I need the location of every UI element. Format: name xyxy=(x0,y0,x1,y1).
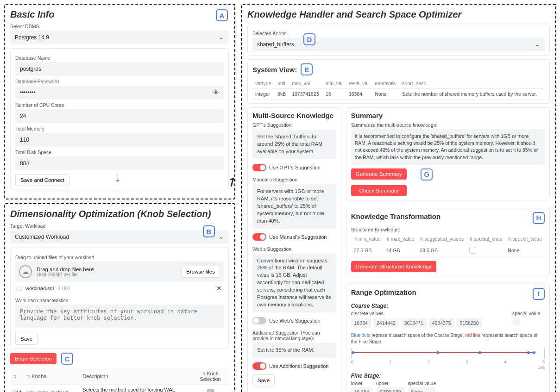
upper-value: 5,500,000 xyxy=(376,387,404,392)
upload-hint: Drag to upload files of your workload xyxy=(15,255,224,260)
arrow-down-icon: ↓ xyxy=(115,170,121,185)
gpt-suggestion: Set the 'shared_buffers' to around 25% o… xyxy=(252,130,336,159)
system-view-title: System View: xyxy=(252,66,297,74)
char-textarea[interactable] xyxy=(15,305,224,328)
cpu-input[interactable] xyxy=(15,109,224,123)
system-view-table: vartypeunitmax_valmin_valreset_valenumva… xyxy=(252,78,545,100)
basic-info-title: Basic Info xyxy=(10,9,229,20)
drop-limit: Limit 200MB per file xyxy=(37,272,176,277)
begin-selection-button[interactable]: Begin Selection xyxy=(10,353,57,364)
file-name: workload.sql xyxy=(25,286,54,291)
table-row: 344wal_sync_methodSelects the method use… xyxy=(10,385,229,392)
dim-save-button[interactable]: Save xyxy=(15,333,38,345)
selected-knobs-label: Selected Knobs xyxy=(252,31,545,36)
target-workload-label: Target Workload xyxy=(10,223,229,229)
dbname-label: Database Name xyxy=(15,55,224,61)
spval-empty xyxy=(512,317,521,326)
summary-title: Summary xyxy=(351,112,545,119)
ktrans-sub: Structured Knowledge: xyxy=(351,227,545,232)
multi-source-card: Multi-Source Knowledge GPT's Suggestion:… xyxy=(247,107,341,392)
gen-structured-button[interactable]: Generate Structured Knowledge xyxy=(351,261,436,272)
cpu-label: Number of CPU Cores xyxy=(15,102,224,108)
ktrans-title: Knowledge Transformation xyxy=(351,212,533,220)
web-label: Web's Suggestion: xyxy=(252,246,336,252)
cloud-upload-icon: ☁ xyxy=(19,265,32,278)
annotation-badge-g: G xyxy=(421,168,433,180)
knowledge-handler-panel: Knowledge Handler and Search Space Optim… xyxy=(241,4,556,392)
multi-source-title: Multi-Source Knowledge xyxy=(252,112,336,119)
browse-files-button[interactable]: Browse files xyxy=(181,266,220,278)
range-title: Range Optimization xyxy=(351,288,533,296)
uploaded-file-row: ▢ workload.sql 3.1KB ✕ xyxy=(15,282,224,295)
special-knob-checkbox[interactable] xyxy=(469,247,476,254)
annotation-badge-b: B xyxy=(203,225,215,237)
disk-input[interactable] xyxy=(15,156,224,170)
web-toggle[interactable] xyxy=(252,317,266,324)
additional-suggestion[interactable]: Set it to 35% of the RAM. xyxy=(252,343,336,358)
annotation-badge-a: A xyxy=(216,9,228,21)
dim-opt-panel: Dimensionality Optimization (Knob Select… xyxy=(4,203,235,392)
annotation-badge-d: D xyxy=(303,33,315,45)
check-summary-button[interactable]: Check Summary xyxy=(351,185,407,196)
summary-text: It is recommended to configure the 'shar… xyxy=(351,129,545,165)
generate-summary-button[interactable]: Generate Summary xyxy=(351,168,407,180)
dbpass-input[interactable] xyxy=(15,86,224,100)
char-label: Workload characteristics xyxy=(15,298,224,303)
ktrans-card: Knowledge Transformation H Structured Kn… xyxy=(346,208,550,276)
coarse-stage-label: Coarse Stage: xyxy=(351,303,545,309)
manual-toggle[interactable] xyxy=(252,233,266,241)
mem-input[interactable] xyxy=(15,133,224,147)
sort-icon[interactable]: ⇅ xyxy=(27,374,31,379)
file-size: 3.1KB xyxy=(57,286,70,291)
gpt-toggle[interactable] xyxy=(252,164,266,171)
summary-card: Summary Summarize the multi-source knowl… xyxy=(346,107,550,200)
annotation-badge-h: H xyxy=(533,212,545,224)
discrete-label: discrete values xyxy=(351,311,509,316)
save-connect-button[interactable]: Save and Connect xyxy=(15,174,69,186)
manual-label: Manual's Suggestion: xyxy=(252,177,336,182)
sort-icon[interactable]: ⇅ xyxy=(13,374,17,379)
additional-toggle[interactable] xyxy=(252,362,266,370)
fine-spval: None xyxy=(408,387,436,392)
annotation-badge-i: I xyxy=(533,288,545,300)
dim-opt-title: Dimensionality Optimization (Knob Select… xyxy=(10,209,229,219)
knob-checkbox[interactable] xyxy=(207,389,214,392)
multi-save-button[interactable]: Save xyxy=(252,374,275,386)
annotation-badge-c: C xyxy=(61,353,73,365)
gpt-label: GPT's Suggestion: xyxy=(252,122,336,128)
disk-label: Total Disk Space xyxy=(15,149,224,155)
dbpass-label: Database Password xyxy=(15,79,224,84)
mem-label: Total Memory xyxy=(15,126,224,131)
kh-title: Knowledge Handler and Search Space Optim… xyxy=(247,9,550,20)
drop-title: Drag and drop files here xyxy=(37,267,176,272)
range-card: Range Optimization I Coarse Stage: discr… xyxy=(346,284,550,392)
spval-label: special value xyxy=(512,311,545,316)
manual-suggestion: For servers with 1GB or more RAM, it's r… xyxy=(252,184,336,229)
target-workload-select[interactable]: Customized Workload xyxy=(10,230,229,244)
dbms-select[interactable]: Postgres 14.9 xyxy=(10,31,229,44)
discrete-chip: 3613471 xyxy=(401,318,427,328)
dbms-label: Select DBMS xyxy=(10,24,229,29)
discrete-chip: 5156250 xyxy=(457,318,482,328)
knobs-table: ⇅ ⇅Knobs Description ⇅Knob Selection 344… xyxy=(10,368,229,392)
eye-icon[interactable]: 👁 xyxy=(213,89,219,96)
ktrans-table: ⇅min_value⇅max_value⇅suggested_values⇅sp… xyxy=(351,234,545,257)
file-icon: ▢ xyxy=(17,286,22,292)
annotation-badge-e: E xyxy=(301,63,313,75)
sort-icon[interactable]: ⇅ xyxy=(202,372,206,376)
discrete-chip: 2414442 xyxy=(373,318,399,328)
web-suggestion: Conventional wisdom suggests 25% of the … xyxy=(252,254,336,313)
summary-sub: Summarize the multi-source knowledge: xyxy=(351,122,545,128)
dbname-input[interactable] xyxy=(15,62,224,76)
fine-stage-label: Fine Stage: xyxy=(351,373,545,379)
selected-knobs-select[interactable]: shared_buffers xyxy=(252,37,545,51)
discrete-chip: 4984375 xyxy=(429,318,454,328)
additional-label: Additional Suggestion (You can provide i… xyxy=(252,330,336,341)
coarse-viz xyxy=(351,348,545,359)
lower-value: 16,384 xyxy=(351,387,372,392)
discrete-chip: 16384 xyxy=(351,318,371,328)
remove-file-icon[interactable]: ✕ xyxy=(216,285,222,292)
